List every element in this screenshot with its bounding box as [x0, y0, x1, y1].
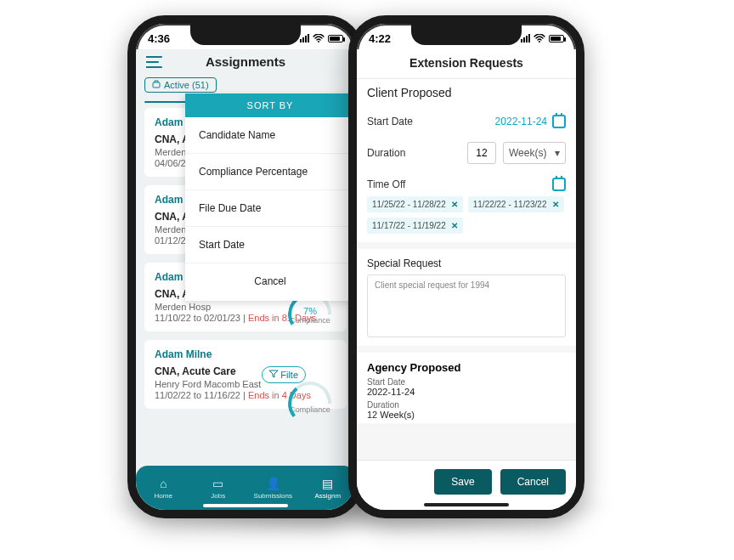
sort-option[interactable]: Start Date: [185, 227, 355, 263]
agency-startdate-value: 2022-11-24: [367, 387, 566, 397]
briefcase-icon: [152, 80, 161, 90]
remove-chip-icon[interactable]: ✕: [552, 200, 559, 209]
timeoff-label: Time Off: [367, 178, 405, 190]
candidate-name: Adam Milne: [155, 348, 336, 360]
page-title: Assignments: [206, 54, 285, 69]
menu-icon[interactable]: [146, 54, 163, 72]
compliance-gauge: Compliance: [282, 382, 338, 414]
person-add-icon: 👤: [266, 477, 280, 490]
duration-input[interactable]: 12: [467, 142, 496, 164]
signal-icon: [300, 34, 309, 42]
sort-option[interactable]: Compliance Percentage: [185, 154, 355, 190]
status-time: 4:22: [369, 32, 391, 45]
svg-point-2: [539, 41, 540, 42]
agency-startdate-label: Start Date: [367, 377, 566, 387]
svg-rect-1: [153, 82, 160, 88]
start-date-label: Start Date: [367, 116, 413, 127]
timeoff-chip: 11/17/22 - 11/19/22 ✕: [367, 218, 463, 234]
timeoff-chip: 11/22/22 - 11/23/22 ✕: [468, 196, 564, 212]
agency-duration-value: 12 Week(s): [367, 410, 566, 420]
wifi-icon: [313, 32, 325, 45]
briefcase-icon: ▭: [212, 477, 223, 490]
notch: [411, 23, 522, 45]
special-request-label: Special Request: [367, 257, 566, 269]
save-button[interactable]: Save: [434, 469, 491, 495]
phone-extension-requests: 4:22 Extension Requests Client Proposed …: [348, 15, 584, 518]
wifi-icon: [534, 32, 545, 45]
phone-assignments: 4:36 Assignments: [127, 15, 364, 518]
notch: [190, 23, 301, 45]
sort-by-sheet: SORT BY Candidate Name Compliance Percen…: [185, 93, 355, 301]
remove-chip-icon[interactable]: ✕: [451, 200, 458, 209]
tab-active[interactable]: Active (51): [144, 77, 217, 93]
home-indicator: [203, 504, 288, 507]
svg-point-0: [318, 41, 319, 42]
home-icon: ⌂: [160, 477, 167, 490]
sort-option[interactable]: Candidate Name: [185, 117, 355, 154]
remove-chip-icon[interactable]: ✕: [451, 221, 458, 230]
calendar-icon: [552, 115, 566, 128]
start-date-field[interactable]: 2022-11-24: [495, 115, 566, 128]
timeoff-chip: 11/25/22 - 11/28/22 ✕: [367, 196, 463, 212]
agency-header: Agency Proposed: [367, 361, 566, 374]
clipboard-icon: ▤: [322, 477, 333, 490]
battery-icon: [328, 35, 343, 42]
calendar-icon[interactable]: [552, 178, 566, 191]
filter-icon: [269, 370, 278, 380]
assignment-card[interactable]: Adam Milne CNA, Acute Care Henry Ford Ma…: [144, 340, 347, 409]
role: CNA, Acute Care: [155, 365, 336, 377]
special-request-textarea[interactable]: Client special request for 1994: [367, 274, 566, 337]
cancel-button[interactable]: Cancel: [500, 469, 566, 495]
page-title: Extension Requests: [357, 56, 576, 70]
agency-duration-label: Duration: [367, 400, 566, 410]
sort-cancel[interactable]: Cancel: [185, 263, 355, 301]
signal-icon: [521, 34, 530, 42]
tab-active-label: Active (51): [164, 80, 209, 90]
filter-button[interactable]: Filte: [262, 366, 306, 383]
status-time: 4:36: [148, 32, 170, 45]
nav-assignments[interactable]: ▤ Assignm: [301, 466, 356, 510]
duration-unit-select[interactable]: Week(s) ▾: [503, 142, 566, 164]
sort-option[interactable]: File Due Date: [185, 190, 355, 227]
sort-header: SORT BY: [185, 93, 355, 117]
duration-label: Duration: [367, 147, 405, 159]
chevron-down-icon: ▾: [555, 147, 560, 159]
nav-home[interactable]: ⌂ Home: [136, 466, 191, 510]
agency-proposed-section: Agency Proposed Start Date 2022-11-24 Du…: [357, 353, 576, 423]
home-indicator: [424, 503, 509, 506]
client-proposed-header: Client Proposed: [367, 86, 566, 99]
page-header: Extension Requests: [357, 49, 576, 79]
timeoff-chips: 11/25/22 - 11/28/22 ✕ 11/22/22 - 11/23/2…: [367, 196, 566, 234]
battery-icon: [549, 35, 564, 42]
